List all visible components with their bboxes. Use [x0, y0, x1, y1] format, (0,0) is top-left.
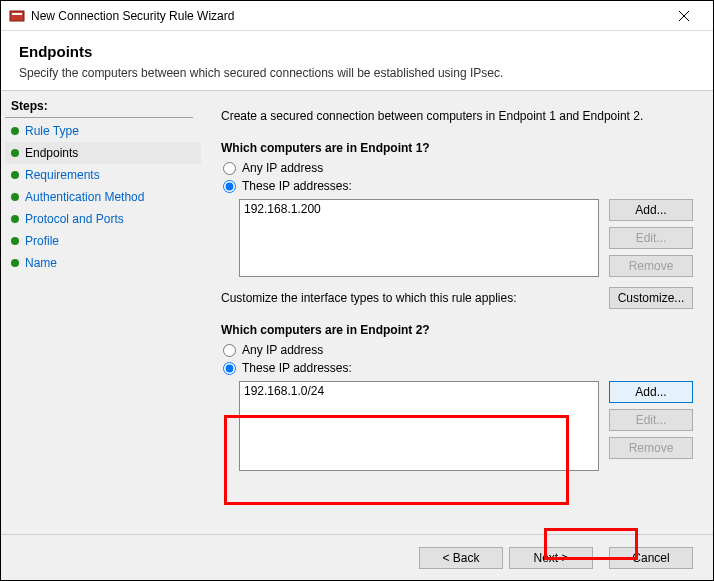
wizard-window: New Connection Security Rule Wizard Endp… — [0, 0, 714, 581]
steps-heading: Steps: — [5, 97, 193, 118]
bullet-icon — [11, 149, 19, 157]
step-rule-type[interactable]: Rule Type — [5, 120, 201, 142]
ep1-any-radio-row[interactable]: Any IP address — [221, 161, 693, 175]
ep1-these-label: These IP addresses: — [242, 179, 352, 193]
wizard-footer: < Back Next > Cancel — [1, 534, 713, 580]
endpoint1-question: Which computers are in Endpoint 1? — [221, 141, 693, 155]
step-requirements[interactable]: Requirements — [5, 164, 201, 186]
ep1-any-radio[interactable] — [223, 162, 236, 175]
svg-rect-0 — [10, 11, 24, 21]
ep1-any-label: Any IP address — [242, 161, 323, 175]
ep2-any-label: Any IP address — [242, 343, 323, 357]
list-item[interactable]: 192.168.1.200 — [244, 202, 594, 216]
list-item[interactable]: 192.168.1.0/24 — [244, 384, 594, 398]
ep1-these-radio[interactable] — [223, 180, 236, 193]
back-button[interactable]: < Back — [419, 547, 503, 569]
ep2-add-button[interactable]: Add... — [609, 381, 693, 403]
page-title: Endpoints — [19, 43, 695, 60]
ep2-edit-button: Edit... — [609, 409, 693, 431]
step-endpoints[interactable]: Endpoints — [5, 142, 201, 164]
page-subtitle: Specify the computers between which secu… — [19, 66, 695, 80]
ep1-edit-button: Edit... — [609, 227, 693, 249]
wizard-header: Endpoints Specify the computers between … — [1, 31, 713, 91]
intro-text: Create a secured connection between comp… — [221, 109, 693, 123]
ep1-listbox[interactable]: 192.168.1.200 — [239, 199, 599, 277]
ep1-remove-button: Remove — [609, 255, 693, 277]
ep1-these-radio-row[interactable]: These IP addresses: — [221, 179, 693, 193]
ep2-these-radio-row[interactable]: These IP addresses: — [221, 361, 693, 375]
steps-sidebar: Steps: Rule Type Endpoints Requirements … — [1, 91, 201, 534]
customize-text: Customize the interface types to which t… — [221, 291, 597, 305]
bullet-icon — [11, 171, 19, 179]
customize-button[interactable]: Customize... — [609, 287, 693, 309]
bullet-icon — [11, 193, 19, 201]
window-title: New Connection Security Rule Wizard — [31, 9, 661, 23]
ep2-any-radio[interactable] — [223, 344, 236, 357]
ep2-any-radio-row[interactable]: Any IP address — [221, 343, 693, 357]
step-authentication-method[interactable]: Authentication Method — [5, 186, 201, 208]
bullet-icon — [11, 215, 19, 223]
step-profile[interactable]: Profile — [5, 230, 201, 252]
ep2-these-radio[interactable] — [223, 362, 236, 375]
ep2-listbox[interactable]: 192.168.1.0/24 — [239, 381, 599, 471]
bullet-icon — [11, 259, 19, 267]
cancel-button[interactable]: Cancel — [609, 547, 693, 569]
next-button[interactable]: Next > — [509, 547, 593, 569]
titlebar: New Connection Security Rule Wizard — [1, 1, 713, 31]
app-icon — [9, 8, 25, 24]
step-name[interactable]: Name — [5, 252, 201, 274]
bullet-icon — [11, 127, 19, 135]
ep1-add-button[interactable]: Add... — [609, 199, 693, 221]
svg-rect-1 — [12, 13, 22, 15]
step-protocol-and-ports[interactable]: Protocol and Ports — [5, 208, 201, 230]
close-button[interactable] — [661, 2, 707, 30]
ep2-remove-button: Remove — [609, 437, 693, 459]
bullet-icon — [11, 237, 19, 245]
ep2-these-label: These IP addresses: — [242, 361, 352, 375]
main-panel: Create a secured connection between comp… — [201, 91, 713, 534]
endpoint2-question: Which computers are in Endpoint 2? — [221, 323, 693, 337]
